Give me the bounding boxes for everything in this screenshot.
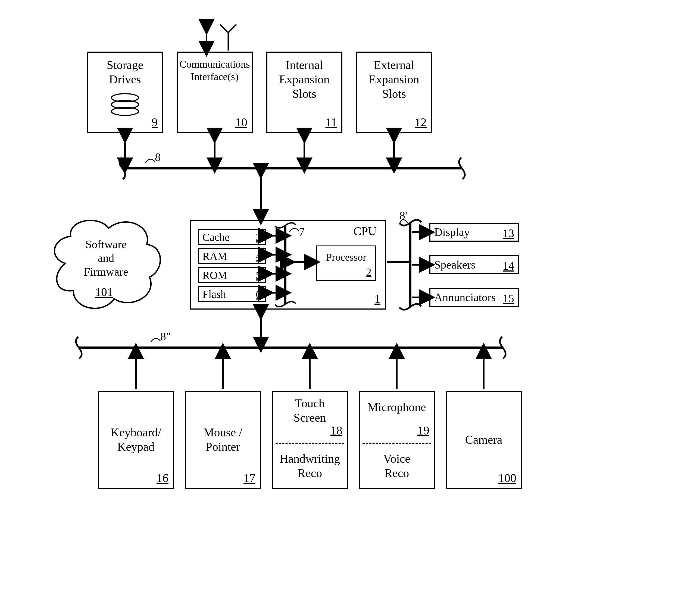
mouse-box: Mouse / Pointer 17 (185, 391, 261, 489)
bus-8prime-label: 8' (400, 209, 407, 222)
rom-box: ROM 5 (198, 267, 266, 283)
display-ref: 13 (503, 225, 514, 242)
cache-ref: 3 (256, 230, 261, 245)
ram-ref: 4 (256, 249, 261, 264)
storage-drives-ref: 9 (152, 115, 158, 129)
external-expansion-box: External Expansion Slots 12 (356, 52, 432, 133)
disk-stack-icon (109, 92, 141, 119)
internal-expansion-box: Internal Expansion Slots 11 (266, 52, 343, 133)
annunciators-ref: 15 (503, 290, 514, 307)
cache-box: Cache 3 (198, 229, 266, 245)
touchscreen-label: Touch Screen (294, 397, 326, 425)
touchscreen-ref: 18 (330, 424, 343, 437)
processor-box: Processor 2 (316, 246, 376, 281)
software-firmware-label: Software and Firmware (76, 238, 136, 279)
storage-drives-label: Storage Drives (107, 58, 143, 87)
rom-ref: 5 (256, 268, 261, 283)
bus-8-label: 8 (155, 151, 161, 164)
external-expansion-ref: 12 (415, 115, 427, 129)
bus-8dblprime-label: 8" (160, 330, 171, 343)
flash-box: Flash 6 (198, 286, 266, 302)
cpu-ref: 1 (374, 292, 381, 306)
touchscreen-divider (276, 443, 344, 444)
external-expansion-label: External Expansion Slots (369, 58, 419, 101)
ram-box: RAM 4 (198, 248, 266, 264)
communications-box: Communications Interface(s) 10 (177, 52, 253, 133)
internal-expansion-ref: 11 (326, 115, 337, 129)
handwriting-reco-label: Handwriting Reco (273, 452, 347, 481)
microphone-divider (363, 443, 431, 444)
processor-label: Processor (326, 251, 366, 263)
keyboard-box: Keyboard/ Keypad 16 (98, 391, 174, 489)
camera-box: Camera 100 (446, 391, 522, 489)
storage-drives-box: Storage Drives 9 (87, 52, 163, 133)
svg-line-13 (220, 24, 228, 33)
speakers-box: Speakers 14 (429, 255, 519, 274)
processor-ref: 2 (366, 266, 371, 278)
microphone-ref: 19 (418, 424, 429, 437)
internal-expansion-label: Internal Expansion Slots (279, 58, 330, 101)
mouse-label: Mouse / Pointer (204, 425, 242, 454)
keyboard-ref: 16 (156, 471, 168, 485)
cpu-label: CPU (353, 224, 376, 238)
voice-reco-label: Voice Reco (360, 452, 434, 481)
bus-7-label: 7 (299, 225, 305, 239)
microphone-label: Microphone (367, 400, 426, 415)
communications-label: Communications Interface(s) (179, 58, 250, 83)
svg-line-14 (228, 24, 236, 33)
annunciators-box: Annunciators 15 (429, 288, 519, 307)
touchscreen-box: Touch Screen 18 Handwriting Reco (272, 391, 348, 489)
flash-ref: 6 (256, 287, 261, 302)
mouse-ref: 17 (243, 471, 255, 485)
communications-ref: 10 (235, 115, 247, 129)
camera-ref: 100 (498, 471, 516, 485)
microphone-box: Microphone 19 Voice Reco (359, 391, 435, 489)
cpu-box: CPU 1 Cache 3 RAM 4 ROM 5 Flash 6 Proces… (190, 220, 386, 309)
software-firmware-ref: 101 (95, 285, 113, 299)
camera-label: Camera (465, 433, 502, 447)
keyboard-label: Keyboard/ Keypad (111, 425, 161, 454)
speakers-ref: 14 (503, 258, 514, 274)
display-box: Display 13 (429, 223, 519, 242)
